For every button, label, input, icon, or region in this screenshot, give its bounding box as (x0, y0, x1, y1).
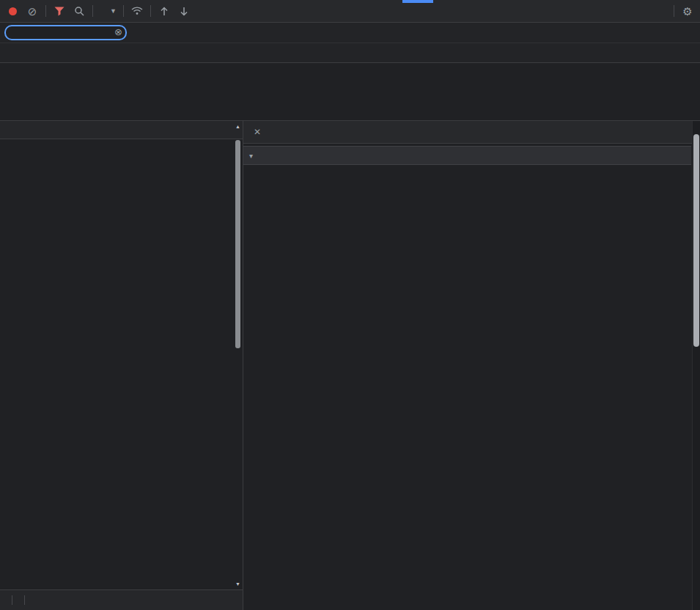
scroll-down-arrow-icon[interactable]: ▼ (234, 581, 242, 587)
throttling-select[interactable]: ▼ (106, 7, 117, 15)
network-filter-bar: ⊗ (0, 23, 700, 43)
network-main: ▲ ▼ ✕ ▾ (0, 121, 700, 610)
signal-icon (131, 7, 143, 15)
export-har-icon[interactable] (177, 4, 191, 18)
request-list-panel: ▲ ▼ (0, 121, 243, 610)
request-type-filter-bar (0, 43, 700, 63)
magnifier-icon (74, 6, 84, 16)
toolbar-separator (45, 5, 46, 17)
details-scrollbar[interactable] (692, 121, 700, 610)
record-button[interactable] (6, 4, 19, 18)
chevron-down-icon: ▾ (249, 152, 253, 160)
arrow-up-icon (160, 7, 169, 16)
import-har-icon[interactable] (158, 4, 171, 18)
headers-content: ▾ (243, 144, 700, 610)
chevron-down-icon: ▼ (110, 7, 117, 15)
network-conditions-icon[interactable] (130, 4, 144, 18)
scrollbar-thumb[interactable] (235, 140, 240, 348)
request-headers-section[interactable]: ▾ (243, 146, 691, 165)
status-separator (12, 595, 12, 605)
clear-network-log-icon[interactable]: ⊘ (26, 4, 39, 18)
devtools-network-panel: ⊘ ▼ ⚙ ⊗ (0, 0, 700, 610)
close-icon[interactable]: ✕ (249, 127, 265, 137)
search-icon[interactable] (73, 4, 86, 18)
overview-strip[interactable] (0, 63, 700, 121)
settings-gear-icon[interactable]: ⚙ (681, 4, 694, 18)
toolbar-separator (92, 5, 93, 17)
request-list (0, 139, 243, 589)
toolbar-separator (150, 5, 151, 17)
network-toolbar: ⊘ ▼ ⚙ (0, 0, 700, 23)
arrow-down-icon (180, 7, 188, 16)
filter-input[interactable] (4, 25, 127, 40)
clear-filter-icon[interactable]: ⊗ (114, 27, 122, 37)
toolbar-separator (123, 5, 124, 17)
request-list-scrollbar[interactable]: ▲ ▼ (234, 122, 242, 588)
name-column-header[interactable] (0, 121, 243, 139)
toolbar-highlight-strip (402, 0, 433, 3)
toolbar-separator (674, 5, 674, 17)
scroll-up-arrow-icon[interactable]: ▲ (234, 124, 242, 129)
filter-input-wrap: ⊗ (4, 25, 127, 40)
scrollbar-thumb[interactable] (693, 134, 699, 347)
request-headers-list (243, 165, 691, 168)
filter-icon[interactable] (53, 4, 66, 18)
details-tab-bar: ✕ (243, 121, 700, 144)
network-status-bar (0, 589, 243, 610)
record-dot-icon (9, 7, 17, 15)
funnel-icon (54, 7, 65, 16)
status-separator (24, 595, 25, 605)
request-details-panel: ✕ ▾ (243, 121, 700, 610)
